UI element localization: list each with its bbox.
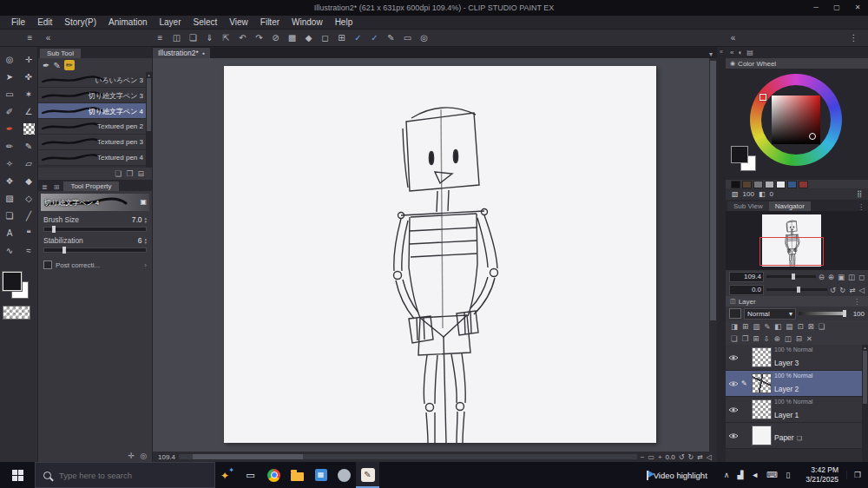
duplicate-subtool-icon[interactable]: ❐ [126,169,133,178]
menu-item[interactable]: Window [286,17,329,27]
stabilization-value[interactable]: 6 [138,236,142,245]
tab-list-icon[interactable]: ▾ [709,50,717,58]
color-slider-tab-icon[interactable]: ▤ [746,49,753,56]
quick-access-icon[interactable]: ◎ [417,33,431,43]
marker-category-icon[interactable]: ✏ [64,60,75,70]
status-rotate-right-icon[interactable]: ↻ [687,453,694,461]
collapse-left-panel-icon[interactable]: « [41,33,56,43]
blend-mode-select[interactable]: Normal ▾ [744,308,796,320]
tray-expand-icon[interactable]: ∧ [724,471,730,479]
menu-item[interactable]: Edit [31,17,58,27]
nav-reset-rotation-icon[interactable]: ◁ [858,286,865,294]
slider-thumb[interactable] [797,287,800,293]
main-color-chip[interactable] [731,146,748,163]
post-correct-row[interactable]: Post correcti... › [38,253,152,269]
opacity-value[interactable]: 100 [849,310,865,318]
tab-tool-property[interactable]: Tool Property [63,181,118,191]
tray-ime-icon[interactable]: ⌨ [766,471,778,479]
color-picker-marker[interactable] [809,133,816,140]
pen-tool-icon[interactable]: ✒ [6,124,13,134]
vertical-scrollbar[interactable] [709,58,717,452]
draft-layer-icon[interactable]: ✎ [764,322,770,331]
video-highlight-button[interactable]: Video highlight [638,471,716,480]
airbrush-tool-icon[interactable]: ✧ [6,159,13,168]
set-as-reference-icon[interactable]: ▥ [753,322,760,331]
collapse-right-panel-icon[interactable]: « [726,33,740,43]
brush-row[interactable]: 切り絵文字ペン 3 [38,88,146,103]
blend-tool-icon[interactable]: ❖ [6,176,14,186]
navigator-rotate-value[interactable]: 0.0 [729,285,764,295]
transparent-color-swatch[interactable] [3,306,30,320]
brush-size-slider[interactable] [43,227,147,232]
clip-app-button[interactable] [332,462,356,488]
layer-row[interactable]: Paper❏ [726,423,862,449]
status-zoom-fit-icon[interactable]: ▭ [648,453,654,461]
brush-row[interactable]: Textured pen 2 [38,119,146,135]
status-reset-icon[interactable]: ◁ [707,453,712,461]
nav-zoom-in-icon[interactable]: ⊕ [828,273,834,281]
delete-subtool-icon[interactable]: ⊟ [137,169,144,178]
color-history-swatch[interactable] [731,181,740,188]
eyedropper-tool-icon[interactable]: ✐ [6,107,13,116]
selection-tool-icon[interactable]: ▭ [5,89,13,99]
enable-mask-icon[interactable]: ⊡ [797,322,803,331]
undo-icon[interactable]: ↶ [235,33,250,43]
color-history-swatch[interactable] [753,181,763,188]
view-area-rectangle[interactable] [760,237,824,266]
lock-layer-icon[interactable]: ◧ [774,322,781,331]
balloon-tool-icon[interactable]: ❝ [26,228,30,238]
nav-fullscreen-icon[interactable]: ◻ [858,273,865,281]
color-history-swatch[interactable] [799,181,808,188]
select-area-icon[interactable]: ◻ [318,33,332,43]
clear-icon[interactable]: ⊘ [268,33,283,43]
pencil-category-icon[interactable]: ✎ [53,61,60,70]
frame-border-tool-icon[interactable]: ❏ [6,211,14,221]
nav-fit-icon[interactable]: ▣ [838,273,845,281]
color-history-swatch[interactable] [765,181,774,188]
search-input[interactable] [57,470,200,481]
brush-row[interactable]: Textured pen 4 [38,150,146,166]
text-tool-icon[interactable]: A [7,228,13,238]
tray-volume-icon[interactable]: ◄ [751,471,759,479]
status-rotate-left-icon[interactable]: ↺ [679,453,685,461]
apply-mask-icon[interactable]: ⊟ [796,334,802,343]
new-raster-layer-icon[interactable]: ❏ [731,334,738,343]
nav-rotate-left-icon[interactable]: ↺ [830,286,836,294]
slider-thumb[interactable] [843,310,846,317]
tab-navigator[interactable]: Navigator [769,201,811,211]
layer-move-tool-icon[interactable]: ✜ [25,72,32,82]
gradient-icon[interactable]: ◆ [301,33,316,43]
grid-icon[interactable]: ⊞ [334,33,349,43]
zoom-tool-icon[interactable]: ◎ [6,55,14,64]
ruler-range-icon[interactable]: ⊠ [808,322,814,331]
menu-item[interactable]: Story(P) [58,17,102,27]
brush-size-stepper[interactable]: ▴▾ [144,216,147,223]
layer-thumbnail[interactable] [752,425,772,445]
layer-row[interactable]: 100 % Normal Layer 1 [726,397,862,423]
line-correction-icon[interactable]: ✎ [384,33,398,43]
slider-thumb[interactable] [792,274,795,280]
save-icon[interactable]: ⇓ [202,33,217,43]
scrollbar-thumb[interactable] [193,454,303,459]
menu-item[interactable]: Animation [102,17,153,27]
tab-sub-view[interactable]: Sub View [727,201,769,211]
status-zoom-in-icon[interactable]: + [658,453,662,461]
slider-thumb[interactable] [52,226,56,233]
layer-list-scrollbar[interactable]: ▴ [862,345,868,462]
brightness-slider-icon[interactable]: ◧ [759,190,766,198]
color-wheel-tab-icon[interactable]: ◐ [738,49,742,56]
operation-tool-icon[interactable]: ➤ [6,72,13,82]
layer-menu-icon[interactable]: ⋮ [853,298,864,306]
property-list-icon[interactable]: ≣ [40,183,49,191]
color-history-swatch[interactable] [742,181,752,188]
add-subtool-icon[interactable]: ❏ [115,169,122,178]
pen-category-icon[interactable]: ✒ [43,61,49,70]
brush-row[interactable]: いろいろペン 3 [38,72,146,88]
search-box[interactable] [35,462,215,488]
figure-tool-icon[interactable]: ◇ [25,194,32,203]
main-menu-icon[interactable]: ≡ [153,33,168,43]
layer-effect-chip[interactable] [729,308,741,319]
clip-to-layer-below-icon[interactable]: ⊞ [742,322,748,331]
opacity-slider[interactable] [799,312,846,315]
stabilization-stepper[interactable]: ▴▾ [144,237,147,244]
